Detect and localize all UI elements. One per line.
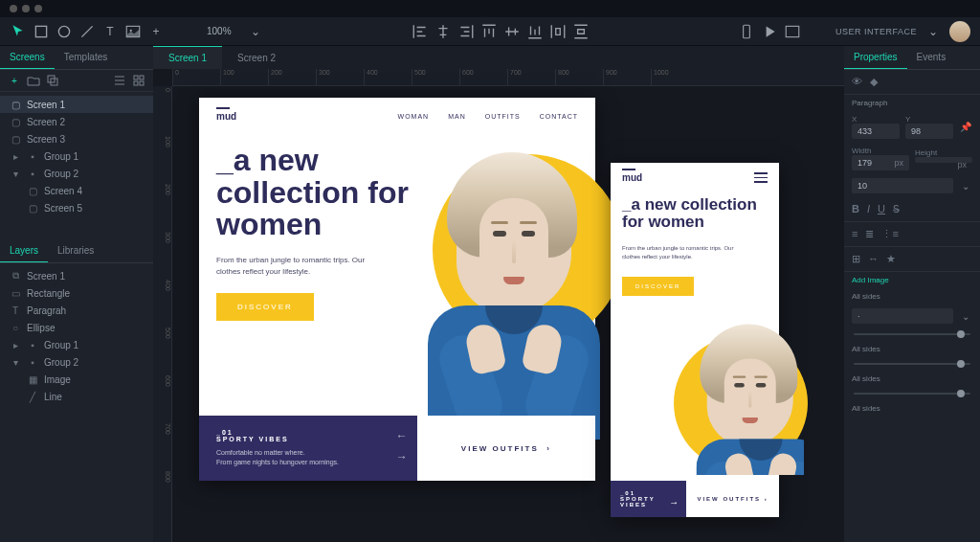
tab-libraries[interactable]: Libraries: [48, 239, 103, 262]
italic-icon[interactable]: I: [867, 203, 870, 215]
ellipse-tool-icon[interactable]: [56, 23, 73, 40]
align-vcenter-icon[interactable]: [503, 23, 521, 40]
layer-ellipse[interactable]: ○Ellipse: [0, 319, 153, 336]
tab-screens[interactable]: Screens: [0, 46, 55, 69]
arrow-right-icon[interactable]: →: [396, 450, 408, 463]
align-top-icon[interactable]: [480, 23, 498, 40]
svg-rect-10: [140, 76, 144, 79]
border-field[interactable]: ·: [852, 308, 953, 324]
sidebar-item-group2[interactable]: ▾▪Group 2: [0, 165, 153, 182]
layer-group2[interactable]: ▾▪Group 2: [0, 353, 153, 371]
arrow-right-icon[interactable]: →: [669, 497, 679, 508]
pin-icon[interactable]: 📌: [959, 121, 972, 134]
align-bottom-icon[interactable]: [526, 23, 544, 40]
sidebar-item-screen3[interactable]: ▢Screen 3: [0, 130, 153, 147]
user-chevron-icon[interactable]: ⌄: [924, 23, 942, 40]
layer-rectangle[interactable]: ▭Rectangle: [0, 284, 153, 302]
height-field[interactable]: px: [915, 157, 972, 163]
add-screen-icon[interactable]: +: [8, 74, 21, 87]
grid-icon[interactable]: ⊞: [852, 253, 860, 265]
user-menu-label[interactable]: USER INTERFACE: [835, 27, 917, 36]
align-left-icon[interactable]: [412, 23, 429, 40]
zoom-chevron-icon[interactable]: ⌄: [247, 23, 264, 40]
artboard-desktop[interactable]: mud WOMAN MAN OUTFITS CONTACT: [199, 98, 595, 481]
view-list-icon[interactable]: [113, 74, 126, 87]
code-icon[interactable]: [784, 23, 801, 40]
layer-group1[interactable]: ▸▪Group 1: [0, 336, 153, 353]
nav-man[interactable]: MAN: [448, 113, 466, 120]
add-tool-icon[interactable]: +: [147, 23, 165, 40]
discover-button-mobile[interactable]: DISCOVER: [622, 277, 694, 296]
add-image-link[interactable]: Add Image: [844, 272, 980, 288]
canvas-tab-screen2[interactable]: Screen 2: [222, 46, 291, 69]
sidebar-item-group1[interactable]: ▸▪Group 1: [0, 147, 153, 165]
device-icon[interactable]: [738, 23, 755, 40]
opacity-slider-3[interactable]: [854, 393, 970, 395]
svg-rect-0: [35, 26, 46, 36]
view-outfits-button[interactable]: VIEW OUTFITS ›: [417, 416, 595, 481]
tab-layers[interactable]: Layers: [0, 239, 48, 262]
layer-line[interactable]: ╱Line: [0, 388, 153, 405]
text-tool-icon[interactable]: T: [101, 23, 119, 40]
star-icon[interactable]: ★: [886, 253, 896, 265]
visibility-icon[interactable]: 👁: [852, 76, 862, 88]
pointer-tool-icon[interactable]: [10, 23, 27, 40]
canvas-tab-screen1[interactable]: Screen 1: [153, 46, 222, 69]
chevron-down-icon[interactable]: ⌄: [959, 179, 972, 192]
width-field[interactable]: 179 px: [852, 155, 909, 170]
align-hcenter-icon[interactable]: [434, 23, 452, 40]
style-icon[interactable]: ◆: [870, 76, 878, 88]
play-icon[interactable]: [761, 23, 778, 40]
artboard-mobile[interactable]: mud _a new collection for women From the…: [611, 163, 779, 517]
nav-contact[interactable]: CONTACT: [540, 113, 578, 120]
rect-tool-icon[interactable]: [33, 23, 50, 40]
spread-icon[interactable]: ↔: [868, 253, 879, 265]
underline-icon[interactable]: U: [878, 203, 885, 215]
hero-image: [423, 143, 605, 440]
user-avatar[interactable]: [949, 21, 970, 42]
sidebar-item-screen5[interactable]: ▢Screen 5: [0, 199, 153, 216]
sidebar-item-screen2[interactable]: ▢Screen 2: [0, 113, 153, 130]
align-center-text-icon[interactable]: ≣: [865, 228, 874, 240]
opacity-slider-2[interactable]: [854, 363, 970, 365]
y-field[interactable]: 98: [905, 124, 953, 139]
screen-icon: ▢: [27, 185, 38, 196]
canvas-viewport[interactable]: 01002003004005006007008009001000 0100200…: [153, 69, 844, 542]
distribute-v-icon[interactable]: [572, 23, 590, 40]
strike-icon[interactable]: S̶: [893, 203, 900, 215]
bold-icon[interactable]: B: [852, 203, 859, 215]
hamburger-icon[interactable]: [754, 172, 768, 183]
nav-outfits[interactable]: OUTFITS: [485, 113, 521, 120]
view-grid-icon[interactable]: [132, 74, 145, 87]
tab-properties[interactable]: Properties: [844, 46, 907, 69]
x-field[interactable]: 433: [852, 124, 900, 139]
sidebar-item-screen4[interactable]: ▢Screen 4: [0, 182, 153, 199]
tab-events[interactable]: Events: [907, 46, 956, 69]
chevron-down-icon[interactable]: ⌄: [959, 309, 972, 323]
align-left-text-icon[interactable]: ≡: [852, 228, 858, 240]
fontsize-field[interactable]: 10: [852, 178, 953, 193]
traffic-light-max[interactable]: [34, 5, 42, 12]
layer-image[interactable]: ▦Image: [0, 371, 153, 388]
chevron-right-icon: ▸: [10, 339, 21, 350]
add-folder-icon[interactable]: [27, 74, 40, 87]
discover-button[interactable]: DISCOVER: [216, 293, 314, 321]
list-icon[interactable]: ⋮≡: [881, 228, 898, 240]
zoom-level[interactable]: 100%: [199, 24, 239, 38]
duplicate-icon[interactable]: [46, 74, 59, 87]
sidebar-item-screen1[interactable]: ▢Screen 1: [0, 96, 153, 113]
traffic-light-min[interactable]: [22, 5, 30, 12]
opacity-slider-1[interactable]: [854, 333, 970, 335]
view-outfits-button-mobile[interactable]: VIEW OUTFITS ›: [686, 481, 779, 517]
layer-paragraph[interactable]: TParagrah: [0, 302, 153, 319]
arrow-left-icon[interactable]: ←: [396, 429, 408, 442]
distribute-h-icon[interactable]: [549, 23, 567, 40]
align-right-icon[interactable]: [457, 23, 475, 40]
layer-screen1[interactable]: ⧉Screen 1: [0, 267, 153, 284]
image-tool-icon[interactable]: [124, 23, 142, 40]
screen-icon: ⧉: [10, 270, 21, 282]
nav-woman[interactable]: WOMAN: [398, 113, 430, 120]
traffic-light-close[interactable]: [10, 5, 17, 12]
line-tool-icon[interactable]: [78, 23, 96, 40]
tab-templates[interactable]: Templates: [55, 46, 118, 69]
